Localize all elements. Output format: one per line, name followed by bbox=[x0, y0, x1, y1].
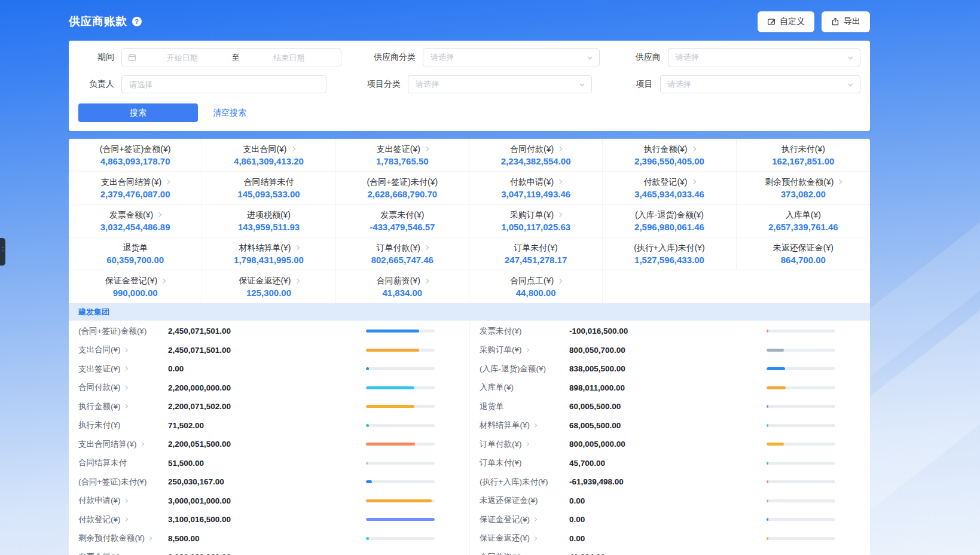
summary-cell-label[interactable]: 保证金返还(¥) bbox=[239, 276, 298, 286]
stat-label: 合同结算未付 bbox=[78, 458, 168, 468]
stat-value: -61,939,498.00 bbox=[569, 477, 767, 486]
stat-value: 0.00 bbox=[168, 364, 366, 373]
stat-label[interactable]: 保证金返还(¥) bbox=[480, 533, 569, 544]
search-button[interactable]: 搜索 bbox=[78, 103, 198, 122]
progress-track bbox=[767, 349, 835, 352]
owner-select[interactable] bbox=[121, 75, 326, 93]
summary-cell-label[interactable]: 保证金登记(¥) bbox=[105, 276, 165, 286]
summary-cell-label[interactable]: 执行金额(¥) bbox=[643, 144, 695, 154]
stat-label[interactable]: 支出合同结算(¥) bbox=[78, 439, 168, 450]
summary-cell-value: 3,047,119,493.46 bbox=[501, 189, 570, 199]
summary-cell[interactable]: 付款申请(¥)3,047,119,493.46 bbox=[469, 172, 603, 205]
summary-cell[interactable]: 剩余预付款金额(¥)373,082.00 bbox=[737, 172, 870, 205]
owner-input[interactable] bbox=[129, 80, 319, 89]
summary-cell[interactable]: 保证金登记(¥)990,000.00 bbox=[69, 270, 202, 303]
stat-value: 2,450,071,501.00 bbox=[168, 327, 366, 336]
summary-cell-value: 2,396,550,405.00 bbox=[634, 156, 704, 166]
summary-cell[interactable]: 执行金额(¥)2,396,550,405.00 bbox=[603, 139, 736, 172]
summary-cell-label: (入库-退货)金额(¥) bbox=[635, 210, 704, 220]
summary-cell[interactable]: 合同付款(¥)2,234,382,554.00 bbox=[469, 139, 603, 172]
summary-cell-label[interactable]: 支出合同结算(¥) bbox=[101, 177, 169, 187]
summary-cell[interactable]: 保证金返还(¥)125,300.00 bbox=[202, 270, 335, 303]
stat-row: 执行未付(¥)71,502.00 bbox=[78, 416, 469, 435]
progress-bar bbox=[366, 330, 419, 333]
stat-label[interactable]: 发票金额(¥) bbox=[78, 552, 168, 555]
stat-label: 发票未付(¥) bbox=[480, 326, 569, 337]
summary-cell[interactable]: 付款登记(¥)3,465,934,033.46 bbox=[603, 172, 736, 205]
chevron-down-icon bbox=[847, 81, 854, 88]
stat-label[interactable]: 支出合同(¥) bbox=[78, 344, 168, 355]
summary-cell[interactable]: 合同点工(¥)44,800.00 bbox=[469, 270, 603, 303]
chevron-right-icon bbox=[294, 278, 299, 283]
summary-cell-label[interactable]: 支出合同(¥) bbox=[243, 144, 294, 154]
supplier-select[interactable]: 请选择 bbox=[668, 48, 860, 66]
main-content: 供应商账款 ? 自定义 导出 期间 至 供应商分类 请选择 bbox=[69, 0, 870, 555]
summary-cell[interactable]: 发票金额(¥)3,032,454,486.89 bbox=[69, 205, 202, 237]
group-name[interactable]: 建发集团 bbox=[78, 307, 109, 318]
summary-cell[interactable]: 订单付款(¥)802,665,747.46 bbox=[336, 237, 469, 270]
summary-cell-label[interactable]: 支出签证(¥) bbox=[377, 144, 428, 154]
end-date-input[interactable] bbox=[243, 53, 335, 62]
stat-value: 250,030,167.00 bbox=[168, 477, 366, 486]
side-drawer-handle[interactable] bbox=[0, 238, 5, 266]
summary-cell-value: 2,379,476,087.00 bbox=[100, 189, 170, 199]
summary-cell: 入库单(¥)2,657,339,761.46 bbox=[737, 205, 870, 237]
summary-cell[interactable]: 支出合同结算(¥)2,379,476,087.00 bbox=[69, 172, 202, 205]
project-class-select[interactable]: 请选择 bbox=[408, 75, 592, 93]
project-select[interactable]: 请选择 bbox=[660, 75, 860, 93]
summary-cell-label: 订单未付(¥) bbox=[514, 243, 558, 253]
stat-label[interactable]: 执行金额(¥) bbox=[78, 401, 168, 412]
stat-label[interactable]: 付款申请(¥) bbox=[78, 495, 168, 506]
summary-cell-label[interactable]: 发票金额(¥) bbox=[109, 210, 161, 220]
stat-row: 退货单60,005,500.00 bbox=[480, 397, 870, 416]
export-button[interactable]: 导出 bbox=[822, 11, 870, 32]
clear-search-link[interactable]: 清空搜索 bbox=[213, 108, 246, 118]
summary-cell-label[interactable]: 付款申请(¥) bbox=[510, 177, 561, 187]
chevron-right-icon bbox=[123, 348, 127, 352]
stat-label[interactable]: 保证金登记(¥) bbox=[480, 514, 569, 525]
stat-row: 订单未付(¥)45,700.00 bbox=[480, 454, 870, 473]
chevron-right-icon bbox=[123, 404, 127, 408]
summary-cell-label[interactable]: 合同点工(¥) bbox=[510, 276, 561, 286]
summary-cell[interactable]: 支出签证(¥)1,783,765.50 bbox=[336, 139, 469, 172]
stat-label[interactable]: 合同付款(¥) bbox=[78, 382, 168, 393]
project-label: 项目 bbox=[605, 79, 660, 90]
stat-label[interactable]: 付款登记(¥) bbox=[78, 514, 168, 525]
summary-cell-label[interactable]: 合同薪资(¥) bbox=[377, 276, 428, 286]
summary-cell-value: 247,451,278.17 bbox=[505, 255, 567, 265]
summary-cell[interactable]: 合同薪资(¥)41,834.00 bbox=[336, 270, 469, 303]
summary-cell[interactable]: 采购订单(¥)1,050,117,025.63 bbox=[469, 205, 603, 237]
summary-cell-label[interactable]: 合同付款(¥) bbox=[510, 144, 561, 154]
stat-label[interactable]: 合同薪资(¥) bbox=[480, 552, 569, 555]
summary-cell-label[interactable]: 采购订单(¥) bbox=[510, 210, 561, 220]
stat-label: 订单未付(¥) bbox=[480, 458, 569, 468]
stat-row: 支出签证(¥)0.00 bbox=[78, 359, 469, 379]
stat-label[interactable]: 剩余预付款金额(¥) bbox=[78, 533, 168, 544]
stat-row: 发票未付(¥)-100,016,500.00 bbox=[480, 322, 870, 341]
customize-button[interactable]: 自定义 bbox=[758, 11, 814, 32]
stat-label[interactable]: 支出签证(¥) bbox=[78, 364, 168, 374]
stat-label[interactable]: 材料结算单(¥) bbox=[480, 420, 569, 431]
progress-track bbox=[366, 537, 435, 540]
progress-bar bbox=[767, 443, 784, 446]
stats-card: (合同+签证)金额(¥)4,863,093,178.70支出合同(¥)4,861… bbox=[69, 139, 870, 555]
summary-cell-label[interactable]: 材料结算单(¥) bbox=[239, 243, 298, 253]
summary-cell[interactable]: 材料结算单(¥)1,798,431,995.00 bbox=[202, 237, 335, 270]
chevron-right-icon bbox=[424, 245, 429, 250]
date-range-input[interactable]: 至 bbox=[121, 48, 341, 66]
progress-bar bbox=[366, 424, 369, 427]
stat-label[interactable]: 采购订单(¥) bbox=[480, 344, 569, 355]
help-icon[interactable]: ? bbox=[132, 17, 142, 26]
detail-list-left: (合同+签证)金额(¥)2,450,071,501.00支出合同(¥)2,450… bbox=[69, 321, 469, 555]
summary-cell-label[interactable]: 付款登记(¥) bbox=[643, 177, 695, 187]
summary-cell-label: 退货单 bbox=[123, 243, 148, 253]
start-date-input[interactable] bbox=[136, 53, 228, 62]
summary-cell[interactable]: 支出合同(¥)4,861,309,413.20 bbox=[202, 139, 335, 172]
summary-cell-label[interactable]: 订单付款(¥) bbox=[377, 243, 428, 253]
stat-label[interactable]: 订单付款(¥) bbox=[480, 439, 569, 450]
supplier-class-select[interactable]: 请选择 bbox=[423, 48, 600, 66]
to-label: 至 bbox=[228, 52, 243, 63]
chevron-right-icon bbox=[524, 442, 529, 446]
summary-cell-label[interactable]: 剩余预付款金额(¥) bbox=[765, 177, 841, 187]
summary-cell: 退货单60,359,700.00 bbox=[69, 237, 202, 270]
